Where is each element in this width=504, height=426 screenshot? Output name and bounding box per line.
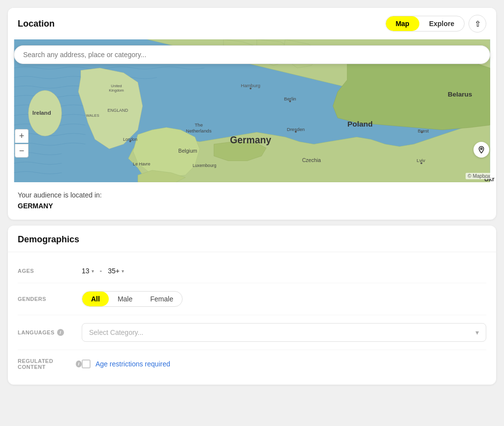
regulated-label: REGULATED CONTENT i	[18, 358, 82, 370]
svg-text:Netherlands: Netherlands	[186, 128, 212, 133]
svg-text:Slovakia: Slovakia	[345, 181, 364, 182]
languages-placeholder: Select Category...	[89, 328, 143, 336]
location-title: Location	[18, 19, 55, 29]
svg-text:Belgium: Belgium	[178, 148, 197, 154]
age-min-select[interactable]: 13 ▾	[82, 267, 94, 275]
regulated-controls: Age restrictions required	[82, 360, 486, 368]
demographics-card: Demographics AGES 13 ▾ - 35+ ▾ GEND	[8, 226, 496, 385]
map-location-pin-button[interactable]	[473, 142, 489, 158]
genders-row: GENDERS All Male Female	[18, 283, 486, 315]
svg-text:WALES: WALES	[86, 113, 99, 118]
zoom-in-button[interactable]: +	[15, 129, 29, 143]
svg-text:Kingdom: Kingdom	[109, 88, 124, 93]
gender-all-button[interactable]: All	[82, 292, 109, 306]
gender-male-button[interactable]: Male	[109, 292, 141, 306]
gender-group: All Male Female	[82, 291, 183, 307]
location-header: Location Map Explore ⇧	[8, 8, 496, 39]
genders-controls: All Male Female	[82, 291, 486, 307]
demographics-title: Demographics	[8, 226, 496, 252]
languages-dropdown[interactable]: Select Category... ▾	[82, 323, 486, 342]
mapbox-credit: © Mapbox	[466, 173, 492, 179]
languages-row: LANGUAGES i Select Category... ▾	[18, 315, 486, 350]
svg-text:Czechia: Czechia	[302, 157, 321, 163]
svg-text:Brest: Brest	[418, 128, 429, 133]
age-min-chevron: ▾	[92, 268, 94, 274]
svg-point-40	[250, 88, 252, 90]
demographics-body: AGES 13 ▾ - 35+ ▾ GENDERS All	[8, 252, 496, 385]
search-bar-overlay	[14, 45, 490, 64]
svg-text:Hamburg: Hamburg	[241, 83, 260, 88]
zoom-out-button[interactable]: −	[15, 144, 29, 158]
svg-text:Ireland: Ireland	[32, 109, 51, 116]
svg-point-41	[295, 131, 297, 133]
svg-text:Poland: Poland	[347, 120, 373, 128]
svg-text:ENGLAND: ENGLAND	[107, 108, 128, 113]
export-icon: ⇧	[474, 19, 481, 29]
age-min-value: 13	[82, 267, 90, 275]
svg-text:Paris: Paris	[153, 182, 163, 182]
svg-text:Luxembourg: Luxembourg	[192, 163, 216, 168]
svg-point-46	[480, 148, 482, 149]
svg-text:The: The	[194, 122, 203, 128]
regulated-checkbox-area: Age restrictions required	[82, 360, 170, 368]
svg-text:Belarus: Belarus	[448, 91, 472, 98]
map-explore-tabs: Map Explore	[385, 16, 465, 32]
svg-point-45	[129, 140, 131, 142]
svg-point-39	[289, 100, 291, 102]
regulated-checkbox-label[interactable]: Age restrictions required	[95, 360, 170, 368]
age-max-value: 35+	[108, 267, 120, 275]
regulated-content-row: REGULATED CONTENT i Age restrictions req…	[18, 350, 486, 378]
ages-controls: 13 ▾ - 35+ ▾	[82, 267, 486, 275]
location-card: Location Map Explore ⇧	[8, 8, 496, 220]
age-max-chevron: ▾	[122, 268, 124, 274]
audience-info: Your audience is located in: GERMANY	[8, 182, 496, 220]
genders-label: GENDERS	[18, 296, 82, 302]
audience-value: GERMANY	[18, 202, 486, 210]
map-container: Ireland ENGLAND WALES United Kingdom Ham…	[8, 39, 496, 182]
languages-label: LANGUAGES i	[18, 329, 82, 336]
gender-female-button[interactable]: Female	[141, 292, 182, 306]
languages-chevron-icon: ▾	[475, 328, 479, 336]
svg-text:Vienna: Vienna	[309, 182, 324, 182]
languages-info-icon[interactable]: i	[57, 329, 64, 336]
ages-row: AGES 13 ▾ - 35+ ▾	[18, 259, 486, 283]
age-separator: -	[100, 267, 102, 275]
svg-text:Germany: Germany	[230, 135, 271, 145]
tab-map[interactable]: Map	[386, 16, 419, 31]
export-button[interactable]: ⇧	[469, 15, 486, 33]
svg-text:United: United	[111, 84, 122, 88]
svg-point-44	[420, 162, 422, 164]
pin-icon	[477, 146, 485, 154]
languages-controls: Select Category... ▾	[82, 323, 486, 342]
map-search-input[interactable]	[14, 45, 490, 64]
regulated-info-icon[interactable]: i	[76, 360, 82, 367]
map-zoom-controls: + −	[15, 129, 29, 158]
regulated-checkbox[interactable]	[82, 360, 91, 368]
ages-label: AGES	[18, 268, 82, 274]
svg-text:Le Havre: Le Havre	[133, 162, 150, 166]
svg-point-43	[421, 131, 423, 133]
tab-explore[interactable]: Explore	[419, 16, 464, 31]
header-actions: Map Explore ⇧	[385, 15, 486, 33]
audience-label: Your audience is located in:	[18, 191, 486, 199]
age-max-select[interactable]: 35+ ▾	[108, 267, 124, 275]
